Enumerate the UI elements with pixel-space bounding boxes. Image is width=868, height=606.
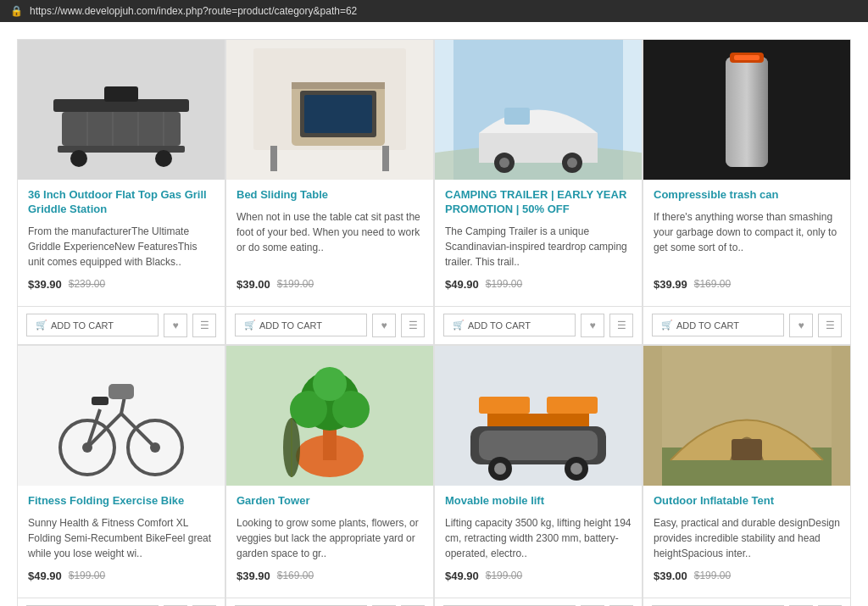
svg-rect-20 (504, 108, 530, 125)
product-title-p1: 36 Inch Outdoor Flat Top Gas Grill Gridd… (28, 188, 214, 217)
product-actions-p8: 🛒 ADD TO CART ♥ ☰ (643, 598, 850, 606)
product-info-p6: Garden Tower Looking to grow some plants… (226, 486, 433, 598)
price-current-p1: $39.90 (28, 278, 62, 291)
product-pricing-p1: $39.90 $239.00 (28, 278, 214, 291)
price-original-p3: $199.00 (486, 278, 522, 290)
product-description-p2: When not in use the table cat sit past t… (236, 209, 423, 270)
cart-icon-p3: 🛒 (453, 320, 465, 331)
svg-point-24 (567, 158, 577, 168)
compare-button-p1[interactable]: ☰ (192, 314, 216, 337)
url-bar: https://www.developjuh.com/index.php?rou… (30, 5, 357, 17)
add-to-cart-label-p1: ADD TO CART (51, 320, 114, 331)
product-card-p5: Fitness Folding Exercise Bike Sunny Heal… (17, 345, 225, 606)
wishlist-button-p4[interactable]: ♥ (789, 314, 813, 337)
product-pricing-p8: $39.00 $199.00 (654, 570, 840, 582)
add-to-cart-label-p2: ADD TO CART (259, 320, 322, 331)
product-info-p4: Compressible trash can If there's anythi… (643, 180, 850, 306)
product-info-p5: Fitness Folding Exercise Bike Sunny Heal… (18, 486, 225, 598)
compare-icon-p4: ☰ (826, 320, 835, 331)
product-actions-p7: 🛒 ADD TO CART ♥ ☰ (435, 598, 642, 606)
product-actions-p3: 🛒 ADD TO CART ♥ ☰ (435, 306, 642, 344)
add-to-cart-button-p4[interactable]: 🛒 ADD TO CART (652, 314, 784, 336)
product-pricing-p4: $39.99 $169.00 (654, 278, 840, 291)
product-card-p3: CAMPING TRAILER | EARLY YEAR PROMOTION |… (434, 39, 643, 345)
svg-rect-1 (62, 112, 181, 146)
wishlist-button-p2[interactable]: ♥ (372, 314, 396, 337)
product-info-p1: 36 Inch Outdoor Flat Top Gas Grill Gridd… (18, 180, 225, 306)
add-to-cart-button-p1[interactable]: 🛒 ADD TO CART (26, 314, 159, 336)
compare-button-p3[interactable]: ☰ (609, 314, 633, 337)
price-current-p2: $39.00 (236, 278, 270, 291)
svg-rect-28 (734, 55, 760, 60)
price-current-p6: $39.90 (236, 570, 270, 582)
product-title-p8: Outdoor Inflatable Tent (654, 494, 840, 509)
product-description-p1: From the manufacturerThe Ultimate Griddl… (28, 224, 214, 270)
product-image-p4 (643, 40, 850, 180)
product-card-p4: Compressible trash can If there's anythi… (643, 39, 851, 345)
svg-rect-14 (382, 146, 389, 171)
wishlist-button-p3[interactable]: ♥ (581, 314, 604, 337)
compare-icon-p3: ☰ (617, 320, 626, 331)
wishlist-button-p1[interactable]: ♥ (164, 314, 187, 337)
svg-point-51 (494, 463, 506, 475)
product-card-p2: Bed Sliding Table When not in use the ta… (225, 39, 434, 345)
product-title-p2: Bed Sliding Table (236, 188, 423, 203)
svg-rect-26 (726, 57, 768, 167)
svg-rect-49 (479, 431, 598, 460)
price-current-p7: $49.90 (445, 570, 479, 582)
product-card-p7: Movable mobile lift Lifting capacity 350… (434, 345, 643, 606)
product-actions-p5: 🛒 ADD TO CART ♥ ☰ (18, 598, 225, 606)
product-title-p3: CAMPING TRAILER | EARLY YEAR PROMOTION |… (445, 188, 632, 217)
compare-button-p4[interactable]: ☰ (818, 314, 842, 337)
price-original-p8: $199.00 (694, 570, 731, 581)
add-to-cart-button-p3[interactable]: 🛒 ADD TO CART (443, 314, 576, 336)
product-title-p6: Garden Tower (236, 494, 423, 509)
product-pricing-p6: $39.90 $169.00 (236, 570, 423, 582)
compare-icon-p2: ☰ (409, 320, 418, 331)
product-actions-p6: 🛒 ADD TO CART ♥ ☰ (226, 598, 433, 606)
svg-point-4 (155, 150, 172, 167)
add-to-cart-label-p3: ADD TO CART (468, 320, 531, 331)
product-pricing-p5: $49.90 $199.00 (28, 570, 214, 582)
product-info-p3: CAMPING TRAILER | EARLY YEAR PROMOTION |… (435, 180, 642, 306)
product-actions-p1: 🛒 ADD TO CART ♥ ☰ (18, 306, 225, 344)
product-image-p3 (435, 40, 642, 180)
product-actions-p4: 🛒 ADD TO CART ♥ ☰ (643, 306, 850, 344)
product-image-p2 (226, 40, 433, 180)
product-image-p7 (435, 346, 642, 486)
lock-icon: 🔒 (10, 5, 23, 17)
svg-point-45 (313, 367, 347, 401)
product-image-p5 (18, 346, 225, 486)
cart-icon-p2: 🛒 (244, 320, 256, 331)
product-title-p4: Compressible trash can (654, 188, 840, 203)
price-original-p1: $239.00 (69, 278, 105, 290)
product-image-p8 (643, 346, 850, 486)
heart-icon-p4: ♥ (798, 320, 804, 331)
page-content: 36 Inch Outdoor Flat Top Gas Grill Gridd… (0, 22, 868, 606)
product-pricing-p3: $49.90 $199.00 (445, 278, 632, 291)
svg-rect-12 (292, 82, 385, 89)
product-image-p6 (226, 346, 433, 486)
product-card-p8: Outdoor Inflatable Tent Easy, practical … (643, 345, 851, 606)
price-current-p8: $39.00 (654, 570, 687, 582)
svg-rect-54 (479, 397, 530, 414)
price-original-p7: $199.00 (486, 570, 522, 581)
product-info-p7: Movable mobile lift Lifting capacity 350… (435, 486, 642, 598)
product-description-p6: Looking to grow some plants, flowers, or… (236, 515, 423, 561)
product-card-p6: Garden Tower Looking to grow some plants… (225, 345, 434, 606)
product-info-p8: Outdoor Inflatable Tent Easy, practical … (643, 486, 850, 598)
add-to-cart-button-p2[interactable]: 🛒 ADD TO CART (235, 314, 367, 336)
product-title-p7: Movable mobile lift (445, 494, 632, 509)
compare-button-p2[interactable]: ☰ (401, 314, 425, 337)
heart-icon-p2: ♥ (381, 320, 387, 331)
product-card-p1: 36 Inch Outdoor Flat Top Gas Grill Gridd… (17, 39, 225, 345)
product-pricing-p2: $39.00 $199.00 (236, 278, 423, 291)
product-info-p2: Bed Sliding Table When not in use the ta… (226, 180, 433, 306)
svg-rect-55 (547, 397, 598, 414)
product-actions-p2: 🛒 ADD TO CART ♥ ☰ (226, 306, 433, 344)
svg-rect-56 (487, 414, 589, 426)
products-grid: 36 Inch Outdoor Flat Top Gas Grill Gridd… (17, 39, 851, 606)
product-image-p1 (18, 40, 225, 180)
svg-line-34 (121, 414, 155, 448)
svg-rect-39 (108, 384, 134, 399)
